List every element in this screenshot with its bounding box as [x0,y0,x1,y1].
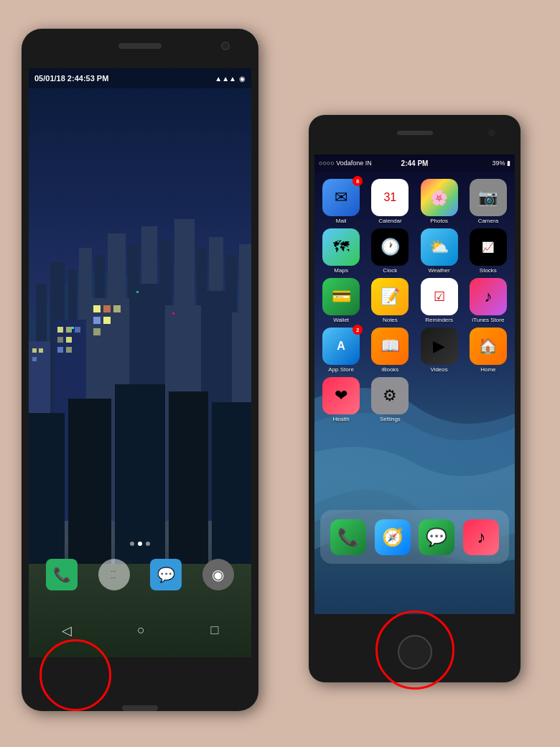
iphone-wallpaper: ○○○○ Vodafone IN 2:44 PM 39% ▮ ✉ 8 Mail … [314,154,515,614]
svg-rect-29 [103,305,111,312]
appstore-badge: 2 [353,325,363,335]
svg-rect-30 [113,305,121,312]
app-reminders-label: Reminders [425,317,453,323]
app-stocks-label: Stocks [480,267,497,274]
iphone-carrier: ○○○○ Vodafone IN [319,159,372,167]
app-maps[interactable]: 🗺 Maps [319,228,363,274]
android-navbar: ◁ ○ □ [29,611,251,650]
android-camera-sensor [221,42,230,50]
app-notes-label: Notes [383,317,398,323]
svg-rect-33 [93,328,101,335]
iphone-apps-grid: ✉ 8 Mail 31 Calendar 🌸 Photos [314,175,515,427]
signal-icon: ▲▲▲ [215,75,236,83]
wifi-icon: ◉ [239,75,246,83]
app-weather-label: Weather [429,267,450,274]
app-videos-label: Videos [430,366,447,373]
app-home-label: Home [480,366,495,373]
svg-rect-45 [172,312,174,315]
svg-rect-24 [66,337,72,343]
app-appstore-label: App Store [328,366,354,373]
app-empty1 [417,377,462,422]
android-back-button[interactable]: ◁ [62,623,72,639]
app-clock[interactable]: 🕐 Clock [368,228,412,274]
android-time: 05/01/18 2:44:53 PM [34,74,108,83]
app-clock-label: Clock [383,267,397,274]
app-ibooks-label: iBooks [381,366,398,373]
app-videos[interactable]: ▶ Videos [417,328,462,373]
app-health-label: Health [333,416,350,422]
android-dock-camera-icon[interactable]: ◉ [202,559,234,590]
page-dot [130,542,134,546]
iphone-screen: ○○○○ Vodafone IN 2:44 PM 39% ▮ ✉ 8 Mail … [314,154,515,614]
svg-rect-23 [57,337,63,343]
android-physical-home[interactable] [122,705,158,711]
svg-rect-18 [32,357,37,361]
android-apps-button[interactable]: ⋯⋯ [98,559,130,590]
app-settings[interactable]: ⚙ Settings [368,377,412,422]
android-speaker [118,43,162,49]
android-dock-phone-icon[interactable]: 📞 [46,559,78,590]
svg-rect-26 [66,347,72,353]
iphone-dock-music[interactable]: ♪ [463,519,499,555]
app-health[interactable]: ❤ Health [319,377,363,422]
svg-rect-20 [57,327,63,333]
app-camera-label: Camera [478,218,498,224]
app-photos[interactable]: 🌸 Photos [417,179,462,224]
iphone-dock-safari[interactable]: 🧭 [375,519,411,555]
app-empty2 [466,377,510,422]
page-dot-active [138,542,142,546]
app-wallet[interactable]: 💳 Wallet [319,278,363,323]
svg-rect-32 [103,317,111,324]
app-reminders[interactable]: ☑ Reminders [417,278,462,323]
app-wallet-label: Wallet [333,317,349,323]
page-dot [146,542,150,546]
svg-rect-44 [72,327,74,329]
app-mail[interactable]: ✉ 8 Mail [319,179,363,224]
iphone-dock: 📞 🧭 💬 ♪ [320,510,509,564]
page-indicator [130,542,150,546]
app-calendar-label: Calendar [378,218,401,224]
android-home-button[interactable]: ○ [137,623,145,638]
app-settings-label: Settings [380,416,401,422]
iphone-camera-sensor [488,129,495,136]
iphone-speaker [397,131,433,135]
android-dock-messages-icon[interactable]: 💬 [150,559,182,590]
android-status-bar: 05/01/18 2:44:53 PM ▲▲▲ ◉ [29,68,251,88]
iphone-status-bar: ○○○○ Vodafone IN 2:44 PM 39% ▮ [314,154,515,172]
iphone-battery: 39% ▮ [492,159,510,167]
app-camera[interactable]: 📷 Camera [466,179,510,224]
svg-rect-46 [136,291,139,293]
app-home-app[interactable]: 🏠 Home [466,328,510,373]
app-maps-label: Maps [334,267,348,274]
mail-badge: 8 [353,176,363,186]
android-wallpaper: 05/01/18 2:44:53 PM ▲▲▲ ◉ 📞 ⋯⋯ 💬 ◉ [29,68,251,657]
app-itunes-label: iTunes Store [472,317,504,323]
app-stocks[interactable]: 📈 Stocks [466,228,510,274]
iphone-dock-phone[interactable]: 📞 [330,519,366,555]
iphone-home-button[interactable] [398,635,432,669]
svg-rect-22 [75,327,80,333]
app-appstore[interactable]: A 2 App Store [319,328,363,373]
app-itunes[interactable]: ♪ iTunes Store [466,278,510,323]
android-status-icons: ▲▲▲ ◉ [215,75,246,83]
android-dock: 📞 ⋯⋯ 💬 ◉ [29,549,251,600]
app-mail-label: Mail [336,218,347,224]
svg-rect-16 [32,348,37,353]
svg-rect-25 [57,347,63,353]
android-recents-button[interactable]: □ [210,623,218,638]
iphone-time: 2:44 PM [401,159,429,167]
app-photos-label: Photos [430,218,448,224]
app-notes[interactable]: 📝 Notes [368,278,412,323]
android-screen: 05/01/18 2:44:53 PM ▲▲▲ ◉ 📞 ⋯⋯ 💬 ◉ [29,68,251,657]
app-calendar[interactable]: 31 Calendar [368,179,412,224]
iphone: ○○○○ Vodafone IN 2:44 PM 39% ▮ ✉ 8 Mail … [309,115,521,682]
app-ibooks[interactable]: 📖 iBooks [368,328,412,373]
android-phone: 05/01/18 2:44:53 PM ▲▲▲ ◉ 📞 ⋯⋯ 💬 ◉ [22,29,258,711]
app-weather[interactable]: ⛅ Weather [417,228,462,274]
svg-rect-31 [93,317,101,324]
svg-rect-21 [66,327,72,333]
svg-rect-17 [39,348,43,353]
iphone-dock-messages[interactable]: 💬 [419,519,454,555]
svg-rect-28 [93,305,101,312]
